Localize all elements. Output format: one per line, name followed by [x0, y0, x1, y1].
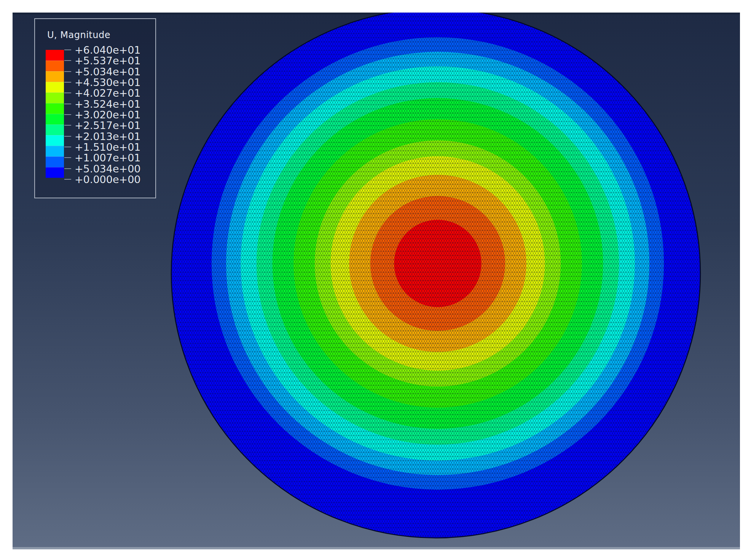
- legend-tick-mark-2: [64, 71, 71, 72]
- legend-swatch-11: [46, 167, 64, 178]
- legend-tick-mark-3: [64, 82, 71, 83]
- legend-swatch-1: [46, 61, 64, 71]
- legend-swatch-6: [46, 114, 64, 124]
- legend-tick-mark-12: [64, 179, 71, 180]
- legend-swatch-0: [46, 50, 64, 61]
- legend-tick-label-0: +6.040e+01: [75, 44, 141, 56]
- abaqus-viewer-window: U, Magnitude +6.040e+01+5.537e+01+5.034e…: [0, 0, 751, 560]
- legend-tick-mark-6: [64, 114, 71, 115]
- legend-swatch-9: [46, 146, 64, 156]
- legend-tick-label-12: +0.000e+00: [75, 174, 141, 185]
- legend-tick-mark-8: [64, 136, 71, 137]
- legend-tick-mark-0: [64, 49, 71, 50]
- legend-tick-mark-11: [64, 168, 71, 169]
- legend-tick-label-4: +4.027e+01: [75, 87, 141, 99]
- legend-tick-label-1: +5.537e+01: [75, 55, 141, 67]
- legend-tick-label-2: +5.034e+01: [75, 65, 141, 77]
- legend-swatch-8: [46, 135, 64, 146]
- legend-swatch-4: [46, 93, 64, 103]
- viewport-bottom-edge-highlight: [13, 547, 740, 549]
- legend-swatch-10: [46, 156, 64, 167]
- legend-tick-label-5: +3.524e+01: [75, 98, 141, 110]
- legend-swatch-column: [46, 50, 64, 178]
- legend-swatch-5: [46, 103, 64, 114]
- legend-tick-mark-1: [64, 60, 71, 61]
- legend-tick-label-7: +2.517e+01: [75, 120, 141, 131]
- legend-swatch-3: [46, 82, 64, 93]
- legend-tick-mark-4: [64, 93, 71, 93]
- legend-tick-label-9: +1.510e+01: [75, 141, 141, 153]
- legend-tick-mark-7: [64, 125, 71, 126]
- legend-title: U, Magnitude: [47, 30, 110, 40]
- legend-tick-mark-5: [64, 104, 71, 104]
- legend-tick-label-10: +1.007e+01: [75, 152, 141, 164]
- legend-tick-mark-9: [64, 147, 71, 147]
- viewport-top-edge: [13, 13, 740, 14]
- legend-tick-mark-10: [64, 157, 71, 158]
- legend-tick-label-3: +4.530e+01: [75, 77, 141, 88]
- contour-legend: U, Magnitude +6.040e+01+5.537e+01+5.034e…: [34, 18, 156, 198]
- legend-tick-label-8: +2.013e+01: [75, 130, 141, 142]
- legend-swatch-7: [46, 124, 64, 135]
- legend-swatch-2: [46, 71, 64, 82]
- legend-tick-label-6: +3.020e+01: [75, 109, 141, 121]
- legend-tick-label-11: +5.034e+00: [75, 163, 141, 174]
